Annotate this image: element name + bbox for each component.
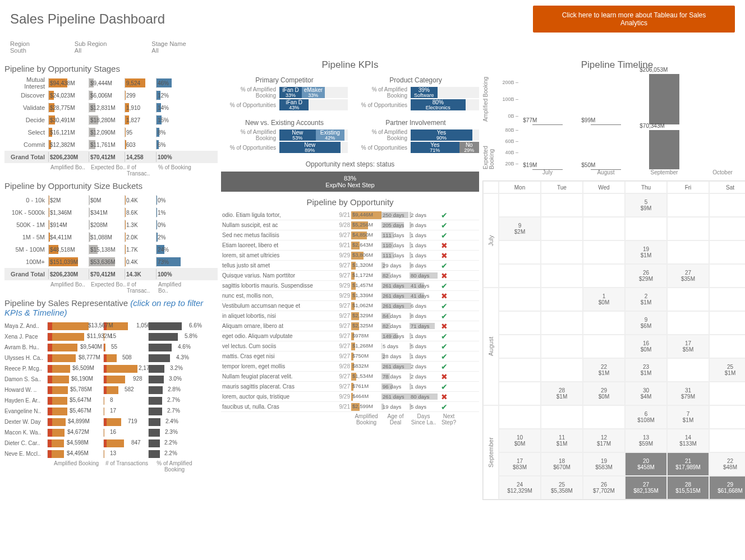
cal-cell[interactable]: 27$35M (667, 264, 709, 288)
cal-cell[interactable]: 18$670M (541, 452, 583, 476)
table-row[interactable]: Discover$24,023M$6,006M29912% (4, 89, 218, 101)
table-row[interactable]: Select$16,121M$12,090M958% (4, 126, 218, 138)
cal-cell[interactable]: 22$1M (583, 358, 625, 382)
rep-row[interactable]: Macon K. Wa..$4,672M162.3% (4, 427, 218, 438)
cal-cell[interactable]: 22$48M (709, 452, 745, 476)
opp-row[interactable]: tempor lorem, eget mollis9/28$832M261 da… (221, 362, 479, 372)
opp-row[interactable]: Aliquam ornare, libero at9/27$2,325M82 d… (221, 321, 479, 331)
table-row[interactable]: 5M - 100M$48,518M$15,138M1.7K24% (4, 243, 218, 256)
cal-cell[interactable]: 12$17M (583, 429, 625, 452)
table-row[interactable]: Decide$30,491M$18,280M1,82715% (4, 114, 218, 126)
cal-cell[interactable]: 11$1M (541, 429, 583, 452)
table-row[interactable]: Mutual Interest$94,438M$9,444M9,52446% (4, 77, 218, 89)
rep-row[interactable]: Reece P. Mcg..$6,509M2,1753.2% (4, 363, 218, 374)
cal-cell[interactable]: 28$1M (541, 382, 583, 405)
table-row[interactable]: 10K - 5000k$1,346M$341M8.6K1% (4, 206, 218, 219)
cta-link[interactable]: Click here to learn more about Tableau f… (533, 6, 735, 33)
cal-cell[interactable]: 25$1M (709, 358, 745, 382)
cal-cell[interactable]: 26$29M (625, 264, 667, 288)
opp-row[interactable]: Sed nec metus facilisis9/27$4,850M111 da… (221, 230, 479, 240)
cal-day-head: Tue (541, 181, 583, 193)
cal-cell[interactable]: 16$0M (625, 335, 667, 358)
opp-row[interactable]: Quisque varius. Nam porttitor9/27$1,172M… (221, 271, 479, 281)
cal-cell (499, 311, 541, 335)
cal-cell[interactable]: 23$1M (625, 358, 667, 382)
kpi-product-title: Product Category (352, 76, 479, 84)
opp-row[interactable]: in aliquet lobortis, nisi9/27$2,329M84 d… (221, 311, 479, 321)
opp-row[interactable]: sagittis lobortis mauris. Suspendisse9/2… (221, 281, 479, 291)
table-row[interactable]: 500K - 1M$914M$208M1.3K0% (4, 219, 218, 231)
opp-row[interactable]: mauris sagittis placerat. Cras9/27$761M9… (221, 382, 479, 392)
kpi-accounts-title: New vs. Existing Accounts (221, 119, 348, 127)
opp-row[interactable]: vel lectus. Cum sociis9/27$1,268M5 days5… (221, 341, 479, 351)
cal-cell[interactable]: 2$1M (625, 288, 667, 311)
opp-row[interactable]: mattis. Cras eget nisi9/27$750M28 days1 … (221, 351, 479, 362)
rep-row[interactable]: Evangeline N..$5,467M172.7% (4, 406, 218, 416)
opp-row[interactable]: nunc est, mollis non,9/29$1,339M261 days… (221, 291, 479, 301)
cal-cell[interactable]: 21$17,989M (667, 452, 709, 476)
table-row[interactable]: Commit$12,382M$11,761M6036% (4, 138, 218, 151)
cal-cell[interactable]: 6$108M (625, 405, 667, 429)
cal-cell[interactable]: 19$583M (583, 452, 625, 476)
table-row[interactable]: 100M+$151,039M$53,636M0.4K73% (4, 256, 218, 268)
cal-cell[interactable]: 9$6M (625, 311, 667, 335)
rep-row[interactable]: Dieter C. Car..$4,598M8472.2% (4, 438, 218, 448)
cal-cell (583, 335, 625, 358)
opp-row[interactable]: lorem, auctor quis, tristique9/29$464M26… (221, 392, 479, 402)
cal-cell[interactable]: 26$7,702M (583, 476, 625, 499)
cal-cell[interactable]: 14$133M (667, 429, 709, 452)
cal-cell[interactable]: 27$82,135M (625, 476, 667, 499)
rep-row[interactable]: Dexter W. Day$4,899M7192.4% (4, 416, 218, 427)
cal-cell (709, 382, 745, 405)
cal-cell[interactable]: 19$1M (625, 240, 667, 264)
rep-row[interactable]: Xena J. Pace$11,932M155.8% (4, 331, 218, 342)
rep-row[interactable]: Damon S. Sa..$6,190M9283.0% (4, 374, 218, 385)
opp-row[interactable]: lorem, sit amet ultricies9/29$3,806M111 … (221, 251, 479, 261)
opp-row[interactable]: Nullam suscipit, est ac9/28$5,256M205 da… (221, 220, 479, 230)
cal-cell[interactable]: 29$0M (583, 382, 625, 405)
table-row[interactable]: Validate$28,775M$12,831M1,91014% (4, 101, 218, 114)
cal-cell (709, 311, 745, 335)
cal-cell[interactable]: 28$15,515M (667, 476, 709, 499)
timeline-bar[interactable] (649, 74, 679, 124)
cal-cell[interactable]: 31$79M (667, 382, 709, 405)
opp-row[interactable]: Etiam laoreet, libero et9/21$2,643M110 d… (221, 240, 479, 251)
opp-row[interactable]: eget odio. Aliquam vulputate9/27$978M149… (221, 331, 479, 341)
cal-cell[interactable]: 20$458M (625, 452, 667, 476)
table-row[interactable]: 0 - 10k$2M$0M0.4K0% (4, 194, 218, 206)
cal-cell (709, 193, 745, 217)
rep-row[interactable]: Avram B. Hu..$9,540M554.6% (4, 342, 218, 353)
cal-cell[interactable]: 10$0M (499, 429, 541, 452)
calendar[interactable]: MonTueWedThuFriSatJuly5$9M9$2M19$1M26$29… (482, 181, 745, 500)
check-icon: ✔ (438, 352, 451, 361)
kpi-primary-title: Primary Competitor (221, 76, 348, 84)
rep-row[interactable]: Hayden E. Ar..$5,647M82.7% (4, 395, 218, 406)
cal-cell[interactable]: 9$2M (499, 217, 541, 240)
cal-cell[interactable]: 13$59M (625, 429, 667, 452)
filter-stage[interactable]: Stage NameAll (151, 40, 186, 54)
filter-subregion[interactable]: Sub RegionAll (75, 40, 107, 54)
opp-row[interactable]: faucibus ut, nulla. Cras9/21$2,599M19 da… (221, 402, 479, 412)
rep-row[interactable]: Maya Z. And..$13,567M1,0566.6% (4, 321, 218, 331)
cal-cell[interactable]: 25$5,358M (541, 476, 583, 499)
cal-cell[interactable]: 29$61,668M (709, 476, 745, 499)
cal-cell[interactable]: 30$4M (625, 382, 667, 405)
opp-row[interactable]: tellus justo sit amet9/27$1,320M29 days8… (221, 261, 479, 271)
rep-row[interactable]: Neve E. Mccl..$4,495M132.2% (4, 448, 218, 459)
timeline-bar[interactable] (649, 130, 679, 169)
table-row[interactable]: 1M - 5M$4,411M$1,088M2.0K2% (4, 231, 218, 243)
opp-row[interactable]: Vestibulum accumsan neque et9/27$1,062M2… (221, 301, 479, 311)
opp-row[interactable]: Nullam feugiat placerat velit.9/27$1,534… (221, 372, 479, 382)
col: Expected Bo.. (91, 281, 127, 294)
cal-cell (499, 240, 541, 264)
cal-cell[interactable]: 1$0M (583, 288, 625, 311)
filter-region[interactable]: RegionSouth (10, 40, 30, 54)
rep-row[interactable]: Ulysses H. Ca..$8,777M5084.3% (4, 353, 218, 363)
cal-cell[interactable]: 24$12,329M (499, 476, 541, 499)
rep-row[interactable]: Howard W. ..$5,785M5822.8% (4, 385, 218, 395)
cal-cell[interactable]: 7$1M (667, 405, 709, 429)
opp-row[interactable]: odio. Etiam ligula tortor,9/21$9,446M250… (221, 210, 479, 220)
cal-cell[interactable]: 5$9M (625, 193, 667, 217)
cal-cell[interactable]: 17$83M (499, 452, 541, 476)
cal-cell[interactable]: 17$5M (667, 335, 709, 358)
